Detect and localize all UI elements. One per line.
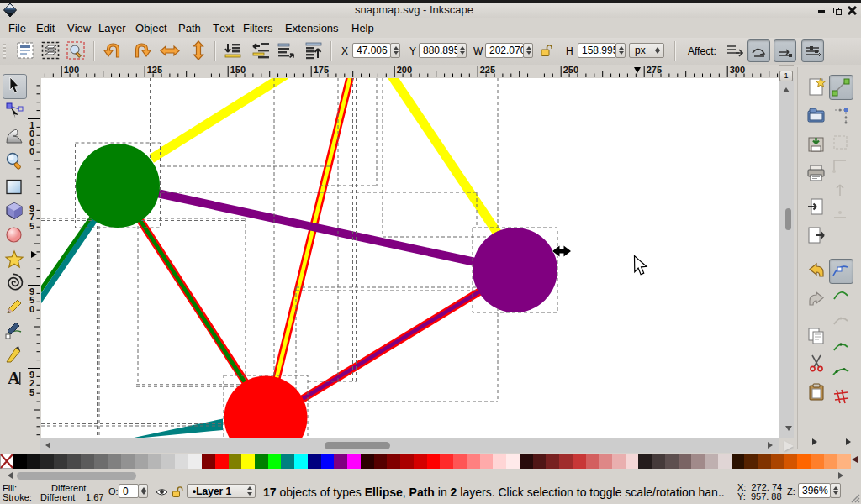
svg-text:5: 5 (29, 387, 34, 397)
svg-text:275: 275 (647, 65, 662, 75)
svg-text:5: 5 (29, 221, 34, 231)
svg-text:150: 150 (230, 65, 246, 75)
svg-text:225: 225 (480, 65, 495, 75)
svg-text:0: 0 (29, 146, 34, 156)
svg-text:200: 200 (397, 65, 412, 75)
svg-text:0: 0 (29, 304, 34, 314)
svg-text:125: 125 (147, 65, 162, 75)
svg-text:100: 100 (64, 65, 79, 75)
svg-text:175: 175 (314, 65, 329, 75)
svg-text:250: 250 (563, 65, 578, 75)
svg-text:300: 300 (730, 65, 745, 75)
svg-text:A: A (8, 368, 21, 388)
